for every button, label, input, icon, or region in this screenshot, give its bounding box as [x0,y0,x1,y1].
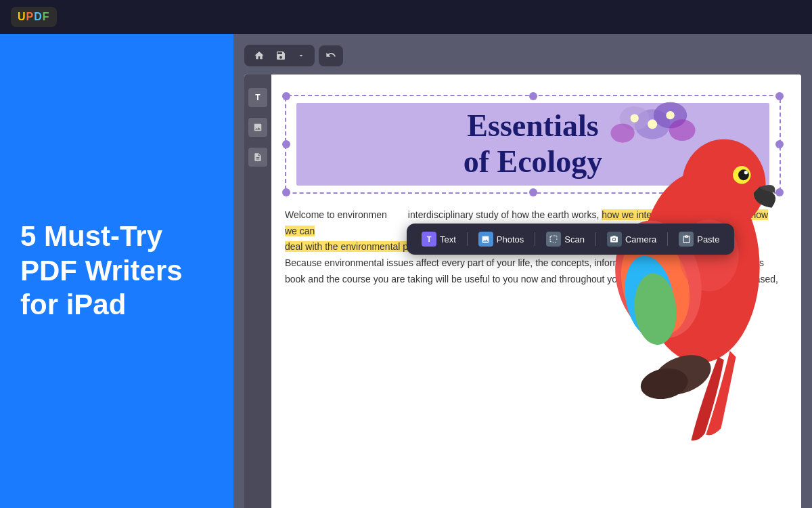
text-icon-letter: T [427,235,432,243]
logo-u: U [18,11,26,22]
ft-paste-label: Paste [697,234,719,245]
ft-text-item[interactable]: T Text [415,229,463,249]
ft-divider-1 [467,232,468,246]
ft-photos-icon [478,232,493,247]
ft-divider-2 [535,232,535,246]
sidebar-icon-page[interactable] [248,148,267,167]
pdf-toolbar [244,45,343,66]
parrot-illustration [563,75,801,508]
svg-point-6 [630,114,638,122]
ft-camera-label: Camera [625,234,656,245]
logo-f: F [43,11,50,22]
undo-button[interactable] [319,45,343,66]
ft-scan-icon [546,232,561,247]
logo-d: D [34,11,43,22]
left-panel: 5 Must-Try PDF Writers for iPad [0,34,233,508]
ft-scan-label: Scan [564,234,585,245]
floating-toolbar: T Text Photos [407,224,734,255]
handle-lm[interactable] [282,140,290,148]
svg-point-15 [738,169,749,180]
main-content: 5 Must-Try PDF Writers for iPad [0,34,812,508]
svg-point-13 [682,139,765,228]
home-button[interactable] [250,47,269,64]
pdf-sidebar: T [244,75,271,508]
sidebar-icon-text[interactable]: T [248,88,267,107]
svg-point-7 [666,111,674,119]
ft-camera-icon [607,232,622,247]
pdf-document: T [244,75,801,508]
svg-point-3 [669,119,695,141]
parrot-svg [563,75,801,508]
svg-point-5 [648,119,657,129]
ft-camera-item[interactable]: Camera [600,229,663,249]
ft-scan-item[interactable]: Scan [539,229,591,249]
handle-bm[interactable] [529,188,537,196]
save-button[interactable] [271,47,290,64]
updf-logo[interactable]: UPDF [11,7,57,27]
toolbar-group-nav [244,45,315,66]
pdf-content: Essentials of Ecology Welcome to environ… [271,75,801,508]
ft-paste-item[interactable]: Paste [672,229,726,249]
ft-photos-item[interactable]: Photos [472,229,531,249]
sidebar-icon-image[interactable] [248,118,267,137]
ft-text-icon: T [422,232,436,247]
left-panel-title: 5 Must-Try PDF Writers for iPad [20,219,213,322]
ft-divider-3 [595,232,596,246]
svg-point-4 [610,123,634,142]
right-panel: T [233,34,812,508]
handle-tm[interactable] [529,92,537,100]
svg-point-16 [744,171,747,174]
text-tool-icon: T [255,93,260,102]
ft-paste-icon [679,232,694,247]
ft-text-label: Text [440,234,456,245]
handle-tl[interactable] [282,92,290,100]
ft-photos-label: Photos [497,234,524,245]
ft-divider-4 [667,232,668,246]
handle-bl[interactable] [282,188,290,196]
logo-text: UPDF [18,11,50,23]
top-bar: UPDF [0,0,812,34]
dropdown-button[interactable] [293,49,309,62]
logo-p: P [26,11,35,22]
